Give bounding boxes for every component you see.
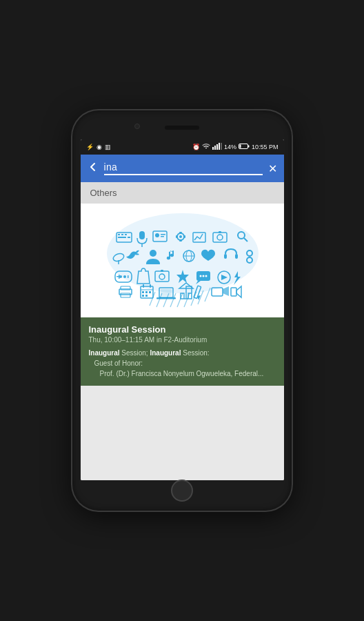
search-input[interactable]: ina — [104, 161, 263, 172]
svg-rect-6 — [247, 146, 249, 148]
description-line-2: Guest of Honor: — [94, 359, 143, 367]
speaker — [165, 126, 199, 130]
phone-screen: ⚡ ◉ ▥ ⏰ — [81, 139, 284, 480]
svg-point-35 — [150, 250, 156, 257]
alarm-icon: ⏰ — [192, 144, 200, 150]
whatsapp-icon: ◉ — [97, 144, 102, 150]
notification-icon: ▥ — [105, 144, 111, 150]
content-area: Others — [81, 182, 284, 480]
section-header: Others — [81, 182, 284, 204]
svg-line-88 — [177, 293, 183, 307]
svg-line-89 — [184, 293, 190, 307]
svg-point-22 — [179, 235, 182, 238]
phone-top-bar — [79, 120, 285, 139]
search-underline — [104, 174, 263, 175]
svg-rect-71 — [142, 295, 144, 297]
svg-rect-70 — [149, 291, 151, 293]
svg-rect-10 — [118, 234, 120, 235]
usb-icon: ⚡ — [86, 144, 94, 150]
time-display: 10:55 PM — [252, 144, 279, 150]
svg-rect-40 — [235, 254, 238, 259]
svg-rect-69 — [145, 291, 148, 293]
svg-line-84 — [150, 292, 155, 306]
svg-rect-75 — [161, 289, 172, 296]
svg-rect-82 — [231, 288, 236, 296]
svg-rect-7 — [239, 145, 241, 148]
svg-rect-2 — [216, 144, 218, 150]
front-camera — [134, 124, 140, 129]
svg-point-55 — [199, 275, 201, 277]
svg-rect-26 — [184, 235, 185, 238]
cloud-icons-graphic — [81, 204, 284, 317]
svg-rect-51 — [161, 270, 163, 272]
home-button[interactable] — [171, 480, 193, 502]
phone-device: ⚡ ◉ ▥ ⏰ — [72, 110, 292, 511]
search-input-container: ina — [104, 161, 263, 175]
svg-rect-25 — [176, 235, 177, 238]
search-bar: ina ✕ — [81, 155, 284, 182]
svg-rect-19 — [161, 234, 165, 235]
svg-rect-11 — [121, 234, 123, 235]
description-bold-2: Inaugural — [150, 349, 181, 357]
svg-marker-81 — [223, 286, 229, 296]
wifi-icon — [202, 143, 210, 151]
svg-rect-3 — [219, 143, 220, 150]
event-card[interactable]: Inaugural Session Thu, 10:00–11:15 AM in… — [81, 204, 284, 386]
svg-rect-72 — [145, 295, 148, 297]
card-title: Inaugural Session — [89, 324, 276, 335]
svg-rect-24 — [179, 240, 182, 241]
svg-rect-23 — [179, 232, 182, 233]
card-image — [81, 204, 284, 317]
svg-rect-67 — [150, 284, 151, 288]
search-clear-button[interactable]: ✕ — [268, 162, 277, 175]
svg-rect-4 — [221, 143, 222, 150]
svg-rect-14 — [128, 237, 130, 238]
status-left-icons: ⚡ ◉ ▥ — [86, 144, 111, 150]
svg-marker-83 — [236, 286, 241, 297]
svg-rect-0 — [212, 147, 214, 150]
svg-rect-66 — [143, 284, 144, 288]
phone-bottom-bar — [79, 480, 285, 501]
svg-rect-48 — [128, 275, 129, 278]
svg-rect-47 — [117, 276, 121, 277]
description-line-3: Prof. (Dr.) Francisca Nonyelum Ogwueleka… — [100, 370, 264, 377]
svg-rect-12 — [125, 234, 127, 235]
svg-rect-39 — [224, 254, 227, 259]
svg-point-57 — [205, 275, 207, 277]
section-header-label: Others — [90, 188, 117, 198]
svg-rect-68 — [142, 291, 144, 293]
svg-rect-30 — [219, 231, 221, 233]
battery-icon — [239, 143, 250, 151]
description-text-1: Session; — [120, 349, 150, 357]
svg-point-56 — [202, 275, 204, 277]
search-back-button[interactable] — [88, 161, 99, 175]
status-right-info: ⏰ 14% — [192, 143, 279, 151]
svg-point-18 — [155, 233, 159, 237]
svg-rect-1 — [214, 146, 216, 150]
battery-percent: 14% — [224, 144, 236, 150]
status-bar: ⚡ ◉ ▥ ⏰ — [81, 139, 284, 155]
description-text-2: Session: — [181, 349, 209, 357]
svg-point-45 — [123, 275, 126, 278]
svg-rect-13 — [118, 237, 126, 238]
description-bold-1: Inaugural — [89, 349, 120, 357]
svg-rect-20 — [161, 236, 164, 237]
svg-rect-63 — [121, 293, 130, 297]
card-description: Inaugural Session; Inaugural Session: Gu… — [89, 348, 276, 379]
card-info[interactable]: Inaugural Session Thu, 10:00–11:15 AM in… — [81, 317, 284, 386]
card-subtitle: Thu, 10:00–11:15 AM in F2-Auditorium — [89, 336, 276, 344]
svg-rect-15 — [139, 231, 145, 239]
signal-icon — [212, 143, 222, 151]
